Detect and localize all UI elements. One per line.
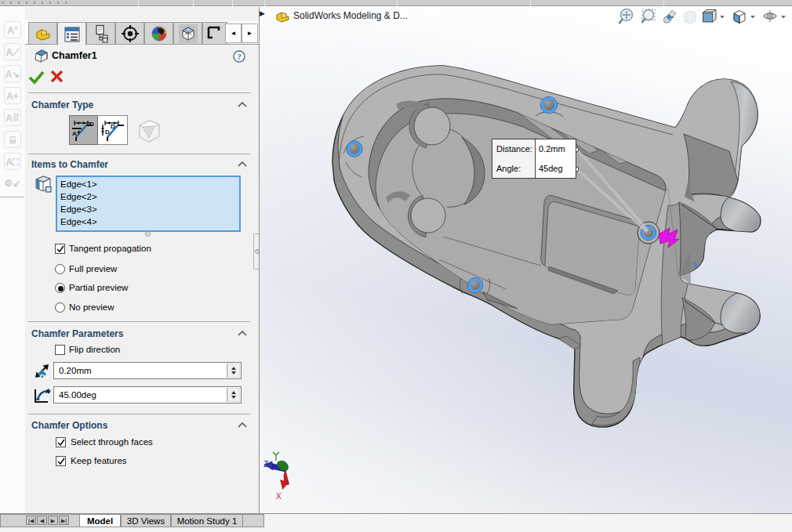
svg-text:D: D [40, 373, 45, 380]
svg-text:Z: Z [263, 460, 268, 469]
svg-text:A: A [72, 130, 77, 137]
svg-text:D: D [89, 121, 94, 128]
svg-text:D: D [105, 128, 110, 136]
svg-text:?: ? [237, 52, 242, 61]
svg-text:D: D [111, 123, 115, 130]
svg-text:X: X [276, 492, 282, 501]
svg-text:A: A [45, 388, 50, 395]
